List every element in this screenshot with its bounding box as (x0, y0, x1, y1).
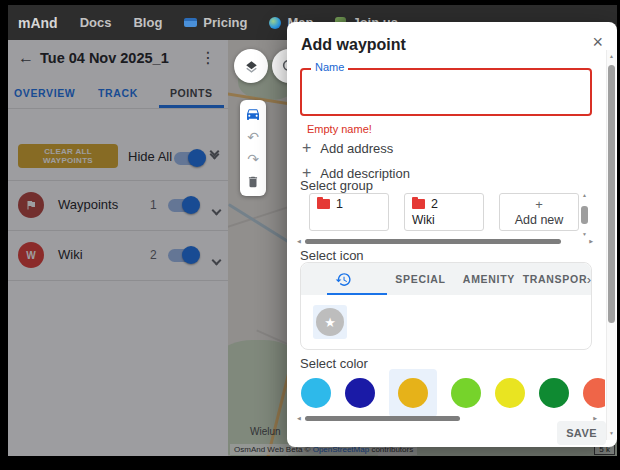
color-swatch-amber-selected[interactable] (389, 369, 437, 417)
scroll-left-icon: ◀ (297, 416, 301, 421)
plus-icon: + (302, 140, 311, 156)
color-swatch-cyan[interactable] (301, 378, 331, 408)
trash-icon (246, 175, 260, 189)
color-swatch-dark-green[interactable] (539, 378, 569, 408)
scroll-up-icon: ▲ (609, 54, 614, 59)
car-icon (245, 106, 261, 122)
select-icon-label: Select icon (300, 248, 364, 263)
scroll-down-icon: ▼ (582, 232, 587, 237)
tab-special[interactable]: SPECIAL (386, 273, 455, 285)
car-mode-button[interactable] (244, 105, 262, 123)
icon-category-tabs: SPECIAL AMENITY TRANSPOR › (301, 263, 591, 295)
close-icon[interactable]: × (592, 32, 603, 53)
tab-history[interactable] (301, 271, 386, 288)
plus-icon: + (507, 197, 571, 212)
undo-button[interactable]: ↶ (244, 128, 262, 146)
folder-icon (412, 199, 425, 209)
brand-logo[interactable]: mAnd (18, 15, 58, 31)
name-input[interactable] (300, 68, 592, 116)
name-field-label: Name (311, 61, 348, 73)
folder-icon (317, 199, 330, 209)
add-waypoint-dialog: Add waypoint × Name Empty name! + Add ad… (287, 22, 617, 447)
selected-icon-cell[interactable]: ★ (313, 305, 347, 339)
app-frame: mAnd Docs Blog Pricing Map Join us ← Tue… (0, 0, 620, 470)
edit-toolbar: ↶ ↷ (240, 100, 266, 196)
scroll-left-icon: ◀ (297, 239, 301, 244)
layers-button[interactable] (234, 49, 268, 83)
add-new-group-card[interactable]: + Add new (499, 193, 579, 231)
color-swatch-yellow[interactable] (495, 378, 525, 408)
name-error-text: Empty name! (307, 123, 372, 135)
scroll-right-icon: ▶ (589, 239, 593, 244)
tab-amenity[interactable]: AMENITY (455, 273, 522, 285)
group-cards: 1 2 Wiki + Add new (309, 193, 579, 231)
color-swatch-light-green[interactable] (451, 378, 481, 408)
nav-item-docs[interactable]: Docs (80, 15, 112, 30)
dialog-title: Add waypoint (301, 36, 406, 54)
tab-transport[interactable]: TRANSPOR (523, 273, 585, 285)
color-swatch-navy[interactable] (345, 378, 375, 408)
redo-button[interactable]: ↷ (244, 150, 262, 168)
nav-item-blog[interactable]: Blog (133, 15, 162, 30)
globe-icon (269, 17, 281, 29)
tabs-overflow-icon[interactable]: › (585, 272, 591, 287)
pricing-card-icon (184, 18, 197, 27)
scroll-down-icon: ▼ (609, 431, 614, 436)
redo-icon: ↷ (247, 152, 259, 166)
color-palette (301, 369, 605, 417)
scroll-up-icon: ▲ (582, 193, 587, 198)
history-icon (335, 271, 352, 288)
layers-icon (243, 58, 260, 75)
group-card-1[interactable]: 1 (309, 193, 389, 231)
add-address-button[interactable]: + Add address (302, 140, 393, 156)
star-icon: ★ (316, 308, 344, 336)
delete-button[interactable] (244, 173, 262, 191)
save-button[interactable]: SAVE (557, 421, 606, 445)
nav-item-pricing[interactable]: Pricing (184, 15, 247, 30)
group-card-2[interactable]: 2 Wiki (404, 193, 484, 231)
group-list-vertical-scrollbar[interactable]: ▲ ▼ (580, 193, 589, 237)
dialog-vertical-scrollbar[interactable]: ▲ ▼ (606, 50, 616, 440)
active-tab-underline (327, 293, 387, 296)
color-horizontal-scrollbar[interactable]: ◀ ▶ (297, 415, 597, 422)
icon-picker-panel: SPECIAL AMENITY TRANSPOR › ★ (300, 262, 592, 350)
undo-icon: ↶ (247, 130, 259, 144)
group-list-horizontal-scrollbar[interactable]: ◀ ▶ (297, 238, 593, 245)
select-group-label: Select group (300, 178, 373, 193)
color-swatch-red[interactable] (583, 378, 605, 408)
